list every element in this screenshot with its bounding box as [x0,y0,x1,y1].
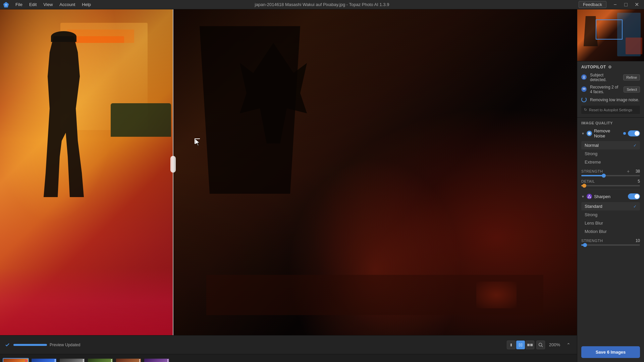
zoom-controls: ▮ ▯▯ ◼◼ 200% ⌃ [507,341,573,349]
thumbnail-2[interactable]: 📷✓ [31,358,57,362]
strength-slider-track[interactable] [581,175,640,176]
sharpen-mode-strong[interactable]: Strong [581,210,640,219]
sharpen-strength-slider-track[interactable] [581,244,640,246]
mini-map-bg [577,9,644,61]
autopilot-settings-icon[interactable]: ⚙ [608,65,612,69]
thumb-menu-dot [55,359,56,360]
thumb-menu-dot [139,361,140,362]
menu-view[interactable]: View [40,1,56,8]
mode-normal[interactable]: Normal ✓ [581,141,640,149]
strength-slider-fill [581,175,604,176]
detail-slider-thumb[interactable] [582,184,586,188]
split-view-btn[interactable]: ▯▯ [516,341,525,349]
mode-extreme-label: Extreme [585,160,601,165]
sharpen-toggle-knob [635,194,639,199]
thumb-1-notification [25,359,28,362]
photo-viewer[interactable] [0,9,577,335]
thumb-2-menu[interactable] [50,359,56,362]
app-logo: T [3,1,9,8]
mini-map[interactable] [577,9,644,61]
progress-bar [13,344,47,346]
thumbnail-1[interactable]: 📷✓ [3,358,29,362]
mode-strong[interactable]: Strong [581,149,640,158]
remove-noise-chevron[interactable]: ▼ [581,132,585,135]
sharpen-strength-slider-thumb[interactable] [583,243,587,247]
photo-left-enhanced [0,9,173,335]
zoom-expand-btn[interactable]: ⌃ [564,341,573,349]
maximize-button[interactable]: □ [621,0,631,9]
svg-marker-10 [588,195,591,198]
sharpen-mode-motion[interactable]: Motion Blur [581,227,640,236]
minimize-button[interactable]: − [610,0,620,9]
mode-normal-check: ✓ [633,143,637,148]
refine-button[interactable]: Refine [623,74,640,80]
thumbnail-3[interactable]: 📷✓ [59,358,85,362]
strength-minus-btn[interactable]: + [626,169,631,174]
sharpen-mode-lens-label: Lens Blur [585,221,603,226]
strength-slider-thumb[interactable] [602,174,606,178]
sharpen-feature-row: ▼ Sharpen [581,193,640,199]
progress-bar-fill [13,344,47,346]
select-button[interactable]: Select [624,86,640,93]
status-bar: Preview Updated ▮ ▯▯ ◼◼ 200% ⌃ [0,335,577,354]
detail-slider-track[interactable] [581,185,640,186]
autopilot-subject-row: Subject detected. Refine [581,73,640,82]
sharpen-strength-label: STRENGTH [581,239,603,243]
sharpen-mode-standard[interactable]: Standard ✓ [581,202,640,210]
menu-edit[interactable]: Edit [26,1,40,8]
menu-account[interactable]: Account [56,1,78,8]
sharpen-mode-lens[interactable]: Lens Blur [581,219,640,227]
reset-autopilot-row[interactable]: ↻ Reset to Autopilot Settings [581,106,640,114]
thumb-5-menu[interactable] [135,359,140,362]
thumb-6-menu[interactable] [163,359,168,362]
sharpen-chevron[interactable]: ▼ [581,195,585,198]
svg-line-3 [541,346,543,347]
thumbnail-6[interactable]: 📷✓ [144,358,170,362]
detail-label-row: DETAIL 5 [581,179,640,184]
reset-icon: ↻ [584,108,587,112]
menu-help[interactable]: Help [78,1,94,8]
remove-noise-feature-row: ▼ Remove Noise [581,128,640,138]
menu-file[interactable]: File [12,1,26,8]
sharpen-toggle[interactable] [628,193,640,199]
remove-noise-label: Remove Noise [594,128,621,138]
thumbnail-strip: 📷✓ 📷✓ [0,354,577,362]
sharpen-strength-controls: 10 [632,238,640,243]
thumb-menu-dot [83,361,84,362]
save-button[interactable]: Save 6 Images [581,346,640,358]
thumb-4-menu[interactable] [107,359,112,362]
thumb-menu-dot [167,361,168,362]
detail-slider-section: DETAIL 5 [581,179,640,186]
thumbnail-4[interactable]: 📷✓ [87,358,113,362]
side-by-side-btn[interactable]: ◼◼ [526,341,534,349]
zoom-icon [536,341,545,349]
strength-label-row: STRENGTH + 38 [581,169,640,174]
strength-label: STRENGTH [581,169,603,173]
remove-noise-toggle[interactable] [628,130,640,136]
thumb-3-menu[interactable] [78,359,84,362]
svg-point-2 [539,343,542,346]
feedback-button[interactable]: Feedback [579,1,606,8]
removing-noise-text: Removing low image noise. [590,98,640,102]
close-button[interactable]: ✕ [632,0,641,9]
preview-toggle-icon[interactable] [4,342,11,348]
single-view-btn[interactable]: ▮ [507,341,516,349]
remove-noise-dot [623,132,626,135]
reset-text: Reset to Autopilot Settings [589,108,632,112]
strength-controls: + 38 [626,169,640,174]
strength-slider-section: STRENGTH + 38 [581,169,640,176]
mode-normal-label: Normal [585,143,599,148]
iq-header: IMAGE QUALITY [581,121,640,125]
window-title: japan-2014618 Masashi Wakui auf Pixabay.… [255,2,389,7]
autopilot-faces-row: Recovering 2 of 4 faces. Select [581,85,640,94]
svg-point-4 [583,76,585,78]
split-handle[interactable] [170,156,176,173]
remove-noise-icon [587,131,592,136]
thumb-menu-dot [111,359,112,360]
detail-label: DETAIL [581,179,595,183]
mode-extreme[interactable]: Extreme [581,158,640,166]
sharpen-icon [587,194,592,199]
autopilot-subject-icon [581,74,587,80]
thumbnail-5[interactable]: 📷✓ [115,358,142,362]
autopilot-title: AUTOPILOT [581,65,606,69]
